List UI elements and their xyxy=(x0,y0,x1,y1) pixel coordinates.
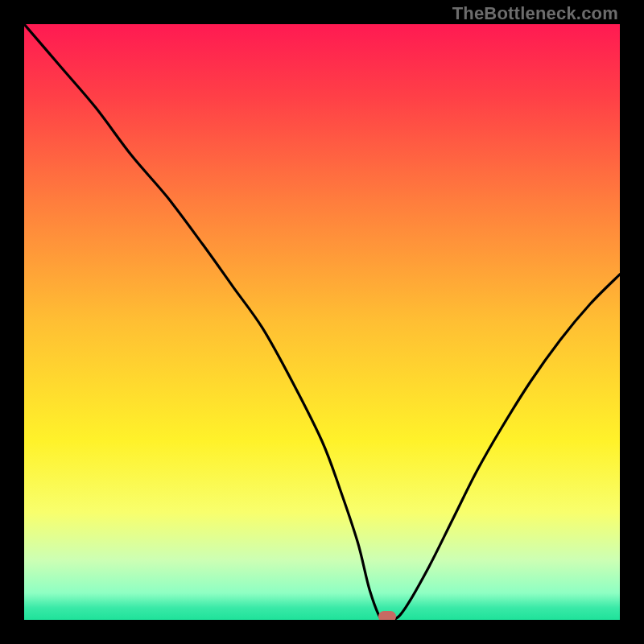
watermark-text: TheBottleneck.com xyxy=(452,3,618,24)
plot-area xyxy=(24,24,620,620)
chart-frame: TheBottleneck.com xyxy=(0,0,644,644)
optimal-point-marker xyxy=(378,611,396,620)
bottleneck-curve xyxy=(24,24,620,620)
